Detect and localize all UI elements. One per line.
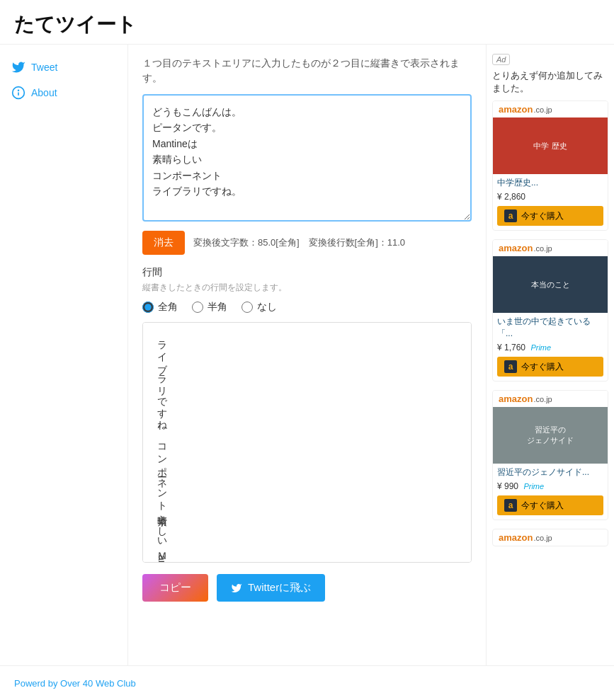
copy-button[interactable]: コピー [142,574,208,602]
amazon-title-3[interactable]: 習近平のジェノサイド... [493,464,608,480]
radio-group: 全角 半角 なし [142,301,472,314]
amazon-buy-btn-3[interactable]: a 今すぐ購入 [497,495,603,515]
vertical-col-5: コンポーネント [154,437,169,505]
vertical-col-6: ライブラリですね。 [154,334,169,435]
sidebar-about-label: About [31,87,57,98]
amazon-buy-label-3: 今すぐ購入 [521,500,564,512]
radio-zenkaku[interactable]: 全角 [142,301,178,314]
radio-nashi-input[interactable] [241,302,253,313]
sidebar-item-about[interactable]: About [8,81,119,104]
clear-button[interactable]: 消去 [142,231,185,255]
vertical-col-4: 素晴らしい [154,508,169,542]
amazon-title-1[interactable]: 中学歴史... [493,174,608,190]
amazon-logo-1: amazon [499,104,533,115]
amazon-buy-btn-2[interactable]: a 今すぐ購入 [497,357,603,377]
spacing-label: 行間 [142,266,472,279]
prime-badge-2: Prime [530,343,551,352]
radio-nashi-label: なし [257,301,277,314]
twitter-button-label: Twitterに飛ぶ [248,581,311,595]
amazon-domain-3: .co.jp [533,395,552,403]
twitter-button[interactable]: Twitterに飛ぶ [217,574,325,602]
amazon-book-img-3: 習近平のジェノサイド [493,407,608,464]
amazon-header-4: amazon.co.jp [492,529,608,546]
amazon-title-2[interactable]: いま世の中で起きている「... [493,313,608,341]
amazon-book-img-1: 中学 歴史 [493,117,608,174]
amazon-product-1: amazon.co.jp 中学 歴史 中学歴史... ¥ 2,860 a 今すぐ… [492,101,608,231]
prime-badge-3: Prime [523,482,544,490]
vertical-output: ライブラリですね。 コンポーネント 素晴らしい Ｍantineは ピータンです。… [142,322,472,563]
amazon-logo-3: amazon [499,394,533,404]
radio-hankaku-input[interactable] [192,302,203,313]
description: １つ目のテキストエリアに入力したものが２つ目に縦書きで表示されます。 [142,56,472,86]
vertical-text-container: ライブラリですね。 コンポーネント 素晴らしい Ｍantineは ピータンです。… [154,334,169,546]
amazon-buy-label-2: 今すぐ購入 [521,361,564,373]
radio-zenkaku-label: 全角 [158,301,178,314]
amazon-product-3: amazon.co.jp 習近平のジェノサイド 習近平のジェノサイド... ¥ … [492,390,608,520]
amazon-book-img-2: 本当のこと [493,256,608,313]
amazon-domain-2: .co.jp [533,244,552,253]
main-content: １つ目のテキストエリアに入力したものが２つ目に縦書きで表示されます。 どうもこん… [127,45,487,665]
controls-row: 消去 変換後文字数：85.0[全角] 変換後行数[全角]：11.0 [142,231,472,255]
twitter-button-icon [231,583,242,594]
sidebar-item-tweet[interactable]: Tweet [8,56,119,79]
amazon-buy-label-1: 今すぐ購入 [521,210,564,222]
amazon-header-1: amazon.co.jp [493,101,608,117]
page-title: たてツイート [14,11,600,38]
amazon-price-3: ¥ 990 Prime [493,480,608,493]
ad-badge: Ad [492,54,510,65]
bottom-buttons: コピー Twitterに飛ぶ [142,574,472,602]
amazon-domain-1: .co.jp [533,105,552,114]
input-textarea[interactable]: どうもこんばんは。 ピータンです。 Mantineは 素晴らしい コンポーネント… [142,94,472,222]
stats-text: 変換後文字数：85.0[全角] 変換後行数[全角]：11.0 [193,236,405,249]
twitter-icon [11,60,25,74]
amazon-header-2: amazon.co.jp [493,240,608,256]
ad-tagline: とりあえず何か追加してみました。 [492,69,608,95]
radio-zenkaku-input[interactable] [142,302,154,313]
amazon-buy-btn-1[interactable]: a 今すぐ購入 [497,206,603,226]
amazon-logo-4: amazon [499,532,533,543]
amazon-price-1: ¥ 2,860 [493,190,608,203]
spacing-section: 行間 縦書きしたときの行間を設定します。 全角 半角 なし [142,266,472,314]
vertical-col-3: Ｍantineは [154,545,169,563]
footer: Powerd by Over 40 Web Club [0,665,614,700]
page-header: たてツイート [0,0,614,45]
footer-text: Powerd by Over 40 Web Club [14,678,136,689]
sidebar-tweet-label: Tweet [31,62,57,73]
amazon-a-icon-1: a [504,210,517,222]
amazon-product-2: amazon.co.jp 本当のこと いま世の中で起きている「... ¥ 1,7… [492,239,608,381]
info-icon [11,86,25,100]
radio-hankaku[interactable]: 半角 [192,301,227,314]
sidebar: Tweet About [0,45,127,665]
amazon-a-icon-2: a [504,360,517,373]
amazon-header-3: amazon.co.jp [493,391,608,407]
amazon-price-2: ¥ 1,760 Prime [493,341,608,354]
amazon-a-icon-3: a [504,499,517,512]
radio-nashi[interactable]: なし [241,301,277,314]
spacing-hint: 縦書きしたときの行間を設定します。 [142,282,472,294]
amazon-logo-2: amazon [499,243,533,253]
ad-sidebar: Ad とりあえず何か追加してみました。 amazon.co.jp 中学 歴史 中… [487,45,614,665]
amazon-domain-4: .co.jp [533,534,552,542]
radio-hankaku-label: 半角 [207,301,227,314]
